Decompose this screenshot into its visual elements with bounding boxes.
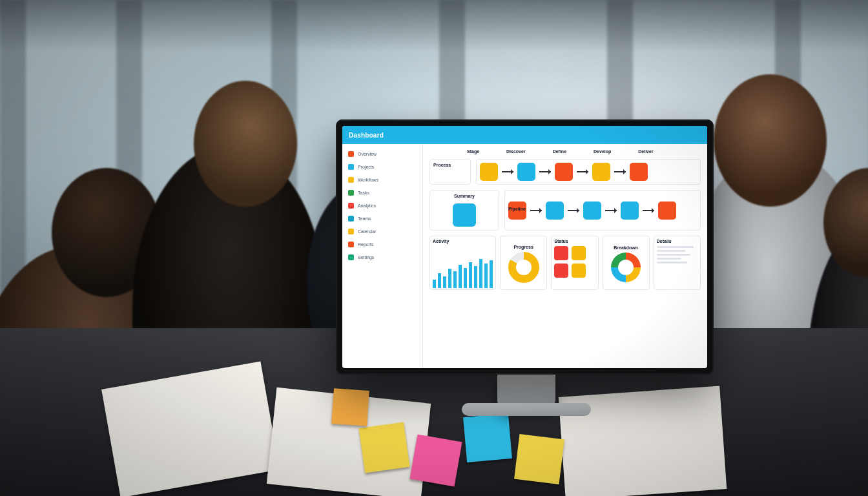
donut-icon	[508, 252, 539, 283]
sidebar-item-analytics[interactable]: Analytics	[346, 201, 418, 211]
chart-title: Breakdown	[614, 245, 638, 250]
sidebar-item-workflows[interactable]: Workflows	[346, 175, 418, 185]
nav-label: Settings	[358, 255, 374, 260]
panel-title: Summary	[454, 194, 475, 198]
list-skeleton	[657, 246, 698, 264]
bar	[479, 259, 482, 289]
column-headers: Stage Discover Define Develop Deliver	[429, 149, 701, 154]
nav-color-dot	[348, 203, 354, 209]
nav-label: Overview	[358, 152, 377, 156]
arrow-icon	[605, 210, 617, 211]
arrow-icon	[539, 171, 551, 172]
nav-label: Workflows	[358, 178, 378, 182]
panel-summary[interactable]: Summary	[429, 190, 499, 231]
col-head: Deliver	[638, 149, 653, 154]
bar	[469, 262, 472, 288]
col-head: Stage	[467, 149, 479, 154]
nav-color-dot	[348, 242, 354, 247]
sidebar-item-calendar[interactable]: Calendar	[346, 227, 418, 236]
nav-color-dot	[348, 254, 354, 260]
bar	[453, 271, 457, 288]
bar-series	[433, 246, 493, 288]
nav-label: Teams	[358, 216, 371, 221]
chart-title: Activity	[433, 239, 493, 243]
nav-color-dot	[348, 216, 354, 222]
arrow-icon	[568, 210, 579, 211]
nav-color-dot	[348, 229, 354, 234]
flow-row-1[interactable]	[476, 159, 701, 185]
sidebar-item-teams[interactable]: Teams	[346, 214, 418, 223]
col-head: Develop	[594, 149, 611, 154]
chart-title: Progress	[513, 245, 533, 249]
nav-color-dot	[348, 177, 354, 183]
summary-tile[interactable]	[453, 203, 476, 227]
app-brand: Dashboard	[349, 132, 384, 139]
bar	[459, 265, 462, 288]
arrow-icon	[502, 171, 513, 172]
chart-bar[interactable]: Activity	[429, 236, 496, 290]
main-canvas: Stage Discover Define Develop Deliver Pr…	[423, 144, 707, 368]
charts-row: Activity Progress Status	[429, 236, 701, 290]
bar	[443, 276, 446, 288]
sidebar-item-settings[interactable]: Settings	[346, 253, 418, 262]
sticky-note-orange	[331, 388, 369, 426]
sticky-note-blue	[463, 413, 512, 462]
col-head: Define	[553, 149, 566, 154]
bar	[484, 264, 488, 288]
chart-title: Status	[554, 239, 595, 243]
nav-label: Projects	[358, 165, 374, 169]
arrow-icon	[643, 210, 654, 211]
sidebar-item-overview[interactable]: Overview	[346, 149, 418, 159]
sticky-note-pink	[409, 434, 462, 486]
nav-label: Tasks	[358, 191, 369, 195]
chart-list[interactable]: Details	[654, 236, 701, 290]
panel-process-label: Process	[429, 159, 471, 185]
monitor-frame: Dashboard OverviewProjectsWorkflowsTasks…	[336, 119, 714, 375]
sidebar-nav: OverviewProjectsWorkflowsTasksAnalyticsT…	[342, 144, 423, 368]
arrow-icon	[530, 210, 542, 211]
ceiling-shadow	[0, 0, 868, 52]
app-topbar: Dashboard	[342, 126, 707, 144]
chart-title: Details	[657, 239, 698, 243]
bar	[490, 260, 493, 288]
nav-label: Analytics	[358, 203, 376, 208]
col-head: Discover	[506, 149, 526, 154]
panel-title: Pipeline	[508, 207, 526, 211]
arrow-icon	[614, 171, 626, 172]
flow-tile[interactable]	[480, 163, 498, 181]
nav-color-dot	[348, 190, 354, 196]
bar	[474, 266, 477, 288]
monitor-stand	[497, 371, 555, 407]
flow-tile[interactable]	[517, 163, 535, 181]
nav-label: Calendar	[358, 229, 376, 234]
bar	[438, 273, 441, 288]
nav-label: Reports	[358, 242, 374, 247]
nav-color-dot	[348, 151, 354, 157]
flow-tile[interactable]	[621, 202, 639, 220]
flow-tile[interactable]	[555, 163, 573, 181]
sticky-note-yellow	[514, 434, 564, 484]
arrow-icon	[577, 171, 588, 172]
status-tiles	[554, 246, 595, 278]
bar	[464, 268, 467, 288]
nav-color-dot	[348, 164, 354, 170]
sidebar-item-projects[interactable]: Projects	[346, 162, 418, 172]
flow-tile[interactable]	[546, 202, 564, 220]
flow-tile[interactable]	[658, 202, 676, 220]
sidebar-item-tasks[interactable]: Tasks	[346, 188, 418, 198]
bar	[448, 269, 451, 288]
flow-tile[interactable]	[630, 163, 648, 181]
bar	[433, 280, 436, 288]
flow-tile[interactable]	[583, 202, 601, 220]
chart-ring[interactable]: Breakdown	[603, 236, 650, 290]
sticky-note-yellow	[358, 422, 409, 473]
flow-tile[interactable]	[592, 163, 610, 181]
flow-row-2[interactable]: Pipeline	[504, 190, 701, 231]
status-tile	[554, 264, 568, 278]
status-tile	[572, 264, 586, 278]
sidebar-item-reports[interactable]: Reports	[346, 240, 418, 249]
ring-icon	[611, 253, 641, 282]
chart-status-tiles[interactable]: Status	[551, 236, 598, 290]
status-tile	[572, 246, 586, 260]
chart-donut[interactable]: Progress	[500, 236, 547, 290]
